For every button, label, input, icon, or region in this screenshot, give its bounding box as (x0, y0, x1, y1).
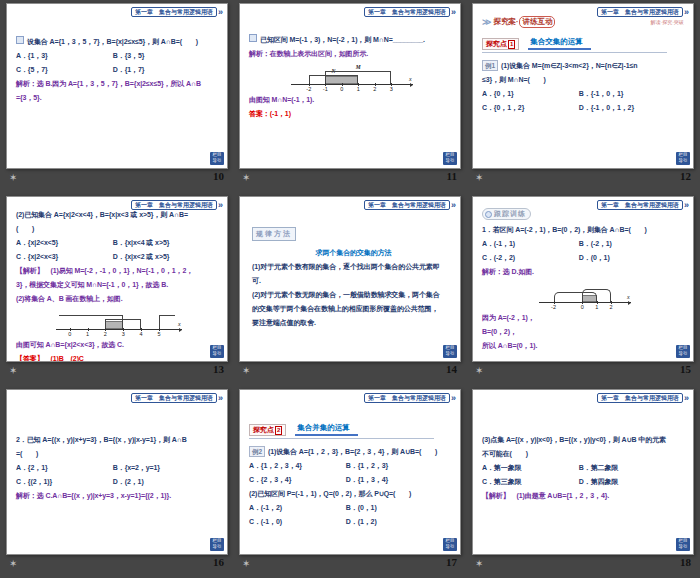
question-line-text: 要注意端点值的取舍. (252, 319, 316, 326)
axis-label: x (178, 321, 181, 327)
slide-content: (3)点集 A={(x，y)|x<0}，B={(x，y)|y<0}，则 A∪B … (482, 434, 688, 504)
option-b: B．{x|x<4 或 x>5} (113, 237, 170, 249)
axis-tick-label: 0 (340, 86, 343, 92)
number-line-diagram: -2012x (539, 280, 631, 310)
slide-content: 设集合 A={1，3，5，7}，B={x|2≤x≤5}，则 A∩B=( )A．{… (16, 36, 222, 106)
slide-number: 16 (213, 556, 224, 568)
analysis-line-text: 由图可知 A∩B={x|2<x<3}，故选 C. (16, 341, 124, 348)
chevron-right-icon: » (684, 394, 689, 402)
slide-thumbnail[interactable]: 第一章 集合与常用逻辑用语 » (2)已知集合 A={x|2<x<4}，B={x… (6, 196, 228, 362)
analysis-line-text: 【解析】 (1)易知 M={-2，-1，0，1}，N={-1，0，1，2， (16, 267, 193, 274)
option-a: C．{0，1，2} (482, 102, 579, 114)
chapter-banner-text: 第一章 集合与常用逻辑用语 (597, 393, 683, 403)
chevron-right-icon: » (451, 394, 456, 402)
question-line-text: 1．若区间 A=(-2，1)，B=(0，2)，则集合 A∩B=( ) (482, 226, 647, 233)
option-b: B．(-2，1) (579, 238, 612, 250)
options-row: A．{1，2，3，4}B．{1，2，3} (249, 460, 455, 472)
analysis-line: 因为 A=(-2，1)， (482, 312, 688, 324)
axis-arrow-icon (410, 83, 413, 87)
option-b: B．{x=2，y=1} (113, 462, 160, 474)
option-b: D．(0，1) (579, 252, 610, 264)
explore-point-label: 探究点2 (249, 424, 286, 436)
slide-cell: 第一章 集合与常用逻辑用语 » ≫探究案·讲练互动解读·探究·突破探究点1集合交… (466, 0, 700, 193)
slide-thumbnail[interactable]: 第一章 集合与常用逻辑用语 » (3)点集 A={(x，y)|x<0}，B={(… (472, 389, 694, 555)
example-badge: 例2 (249, 446, 265, 457)
slide-number: 13 (213, 363, 224, 375)
chevron-right-icon: » (684, 8, 689, 16)
options-row: C．第三象限D．第四象限 (482, 476, 688, 488)
slide-content: 探究点2集合并集的运算例2(1)设集合 A={1，2，3}，B={2，3，4}，… (249, 422, 455, 530)
question-line: 已知区间 M=(-1，3)，N=(-2，1)，则 M∩N=________. (249, 34, 455, 46)
option-a: A．第一象限 (482, 462, 579, 474)
nav-badge[interactable]: 栏目 导引 (443, 345, 457, 358)
options-row: C．{0，1，2}D．{-1，0，1，2} (482, 102, 688, 114)
nav-badge[interactable]: 栏目 导引 (443, 152, 457, 165)
slide-thumbnail[interactable]: 第一章 集合与常用逻辑用语 » 设集合 A={1，3，5，7}，B={x|2≤x… (6, 3, 228, 169)
explore-point-title: 集合并集的运算 (295, 423, 358, 436)
nav-badge[interactable]: 栏目 导引 (443, 538, 457, 551)
option-a: C．{5，7} (16, 64, 113, 76)
slide-number: 18 (680, 556, 691, 568)
slide-thumbnail[interactable]: 第一章 集合与常用逻辑用语 » 已知区间 M=(-1，3)，N=(-2，1)，则… (239, 3, 461, 169)
analysis-line: (2)将集合 A、B 画在数轴上，如图. (16, 293, 222, 305)
chapter-banner-text: 第一章 集合与常用逻辑用语 (597, 200, 683, 210)
slide-thumbnail[interactable]: 第一章 集合与常用逻辑用语 » 2．已知 A={(x，y)|x+y=3}，B={… (6, 389, 228, 555)
question-line: 2．已知 A={(x，y)|x+y=3}，B={(x，y)|x-y=1}，则 A… (16, 434, 222, 446)
chevron-right-icon: » (218, 201, 223, 209)
analysis-line-text: ={3，5}. (16, 94, 42, 101)
slide-number: 12 (680, 170, 691, 182)
options-row: A．第一象限B．第二象限 (482, 462, 688, 474)
nav-badge-line2: 导引 (676, 351, 690, 357)
animation-star-icon: ✶ (475, 365, 483, 377)
nav-badge[interactable]: 栏目 导引 (210, 152, 224, 165)
pencil-circle-icon (485, 211, 492, 218)
slide-number: 10 (213, 170, 224, 182)
axis-tick-label: 0 (68, 331, 71, 337)
answer-line: 【答案】 (1)B (2)C (16, 353, 222, 362)
slide-thumbnail[interactable]: 第一章 集合与常用逻辑用语 » ≫探究案·讲练互动解读·探究·突破探究点1集合交… (472, 3, 694, 169)
question-line: ≤3}，则 M∩N=( ) (482, 74, 688, 86)
analysis-line: 解析：选 C.A∩B={(x，y)|x+y=3，x-y=1}={(2，1)}. (16, 490, 222, 502)
chapter-banner: 第一章 集合与常用逻辑用语 » (131, 200, 223, 210)
chapter-banner: 第一章 集合与常用逻辑用语 » (597, 393, 689, 403)
example-text: (1)设集合 M={m∈Z|-3<m<2}，N={n∈Z|-1≤n (501, 62, 637, 69)
answer-line: 答案：(-1，1) (249, 108, 455, 120)
slide-thumbnail[interactable]: 第一章 集合与常用逻辑用语 » 跟踪训练1．若区间 A=(-2，1)，B=(0，… (472, 196, 694, 362)
question-line: (3)点集 A={(x，y)|x<0}，B={(x，y)|y<0}，则 A∪B … (482, 434, 688, 446)
explore-banner-subtext: 解读·探究·突破 (651, 19, 684, 25)
slide-cell: 第一章 集合与常用逻辑用语 » 设集合 A={1，3，5，7}，B={x|2≤x… (0, 0, 233, 193)
nav-badge[interactable]: 栏目 导引 (676, 345, 690, 358)
analysis-line: 解析：在数轴上表示出区间，如图所示. (249, 48, 455, 60)
axis-arrow-icon (179, 328, 182, 332)
question-line: 不可能在( ) (482, 448, 688, 460)
option-b: B．(0，1) (346, 502, 377, 514)
analysis-line-text: 3}，根据交集定义可知 M∩N={-1，0，1}，故选 B. (16, 281, 168, 288)
analysis-line: 由图知 M∩N=(-1，1). (249, 94, 455, 106)
question-line-text: (2)对于元素个数无限的集合，一般借助数轴求交集，两个集合 (252, 291, 440, 298)
option-a: A．(-1，1) (482, 238, 579, 250)
option-a: C．(-2，2) (482, 252, 579, 264)
options-row: C．{2，3，4}D．{1，3，4} (249, 474, 455, 486)
slide-thumbnail[interactable]: 第一章 集合与常用逻辑用语 » 规律方法求两个集合的交集的方法(1)对于元素个数… (239, 196, 461, 362)
nav-badge[interactable]: 栏目 导引 (676, 152, 690, 165)
nav-badge-line2: 导引 (210, 158, 224, 164)
animation-star-icon: ✶ (475, 558, 483, 570)
chapter-banner: 第一章 集合与常用逻辑用语 » (364, 7, 456, 17)
question-line-text: ( ) (16, 225, 34, 232)
analysis-line: 【解析】 (1)易知 M={-2，-1，0，1}，N={-1，0，1，2， (16, 265, 222, 277)
slide-content: (2)已知集合 A={x|2<x<4}，B={x|x<3 或 x>5}，则 A∩… (16, 209, 222, 362)
number-line-diagram: 012345x (56, 307, 182, 337)
chapter-banner-text: 第一章 集合与常用逻辑用语 (131, 7, 217, 17)
slide-thumbnail[interactable]: 第一章 集合与常用逻辑用语 » 探究点2集合并集的运算例2(1)设集合 A={1… (239, 389, 461, 555)
axis-tick-label: 2 (104, 331, 107, 337)
explore-point-tab: 探究点1集合交集的运算 (482, 36, 667, 53)
nav-badge[interactable]: 栏目 导引 (210, 538, 224, 551)
option-a: C．(-1，0) (249, 516, 346, 528)
nav-badge[interactable]: 栏目 导引 (676, 538, 690, 551)
question-line-text: (3)点集 A={(x，y)|x<0}，B={(x，y)|y<0}，则 A∪B … (482, 436, 666, 443)
nav-badge[interactable]: 栏目 导引 (210, 345, 224, 358)
options-row: C．{(2，1)}D．(2，1) (16, 476, 222, 488)
explore-point-number: 1 (508, 40, 515, 49)
question-bullet-icon (249, 34, 257, 42)
chapter-banner: 第一章 集合与常用逻辑用语 » (131, 7, 223, 17)
